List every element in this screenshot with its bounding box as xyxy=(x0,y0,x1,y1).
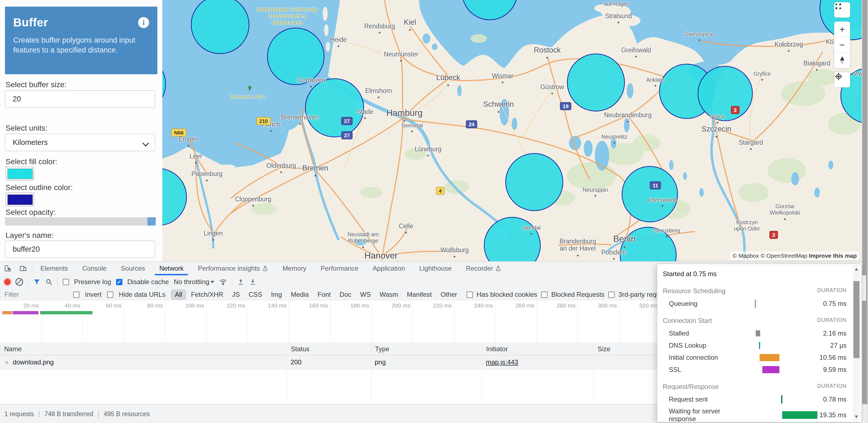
city-dot xyxy=(784,218,786,220)
filter-type-media[interactable]: Media xyxy=(287,289,313,300)
tab-lighthouse[interactable]: Lighthouse xyxy=(412,262,459,275)
popup-scrollbar-thumb[interactable] xyxy=(854,281,860,358)
info-icon[interactable]: i xyxy=(138,17,149,28)
layer-name-input[interactable]: buffer20 xyxy=(5,240,155,258)
timing-row-dns-lookup: DNS Lookup27 µs xyxy=(663,339,850,352)
city-dot xyxy=(400,60,402,62)
invert-label[interactable]: Invert xyxy=(85,291,101,298)
units-select[interactable]: Kilometers xyxy=(5,134,155,151)
filter-type-font[interactable]: Font xyxy=(314,289,335,300)
attribution-text: © Mapbox © OpenStreetMap xyxy=(733,253,807,259)
opacity-slider-thumb[interactable] xyxy=(148,217,156,226)
compass-button[interactable]: ▲▼ xyxy=(834,53,850,68)
geolocate-button[interactable] xyxy=(834,72,850,88)
filter-type-doc[interactable]: Doc xyxy=(336,289,355,300)
city-dot xyxy=(502,82,503,83)
city-dot xyxy=(310,86,312,88)
map-canvas[interactable]: RendsburgKielHeideNeumünsterCuxhavenElms… xyxy=(162,0,862,261)
inspect-icon[interactable] xyxy=(0,262,16,275)
timeline-gridline xyxy=(124,301,124,343)
panel-title: Buffer xyxy=(13,16,48,29)
label-blocked-requests[interactable]: Blocked Requests xyxy=(551,291,604,298)
page-scrollbar[interactable] xyxy=(862,0,868,423)
tab-recorder[interactable]: Recorder xyxy=(459,262,509,275)
page-scrollbar-thumb[interactable] xyxy=(862,0,867,404)
improve-map-link[interactable]: Improve this map xyxy=(809,253,857,259)
map-label-wismar: Wismar xyxy=(492,72,514,79)
preserve-log-label[interactable]: Preserve log xyxy=(74,278,111,286)
city-dot xyxy=(788,50,789,52)
import-har-icon[interactable] xyxy=(237,278,244,286)
column-header-name[interactable]: Name xyxy=(0,343,287,355)
outline-color-picker[interactable] xyxy=(5,193,34,206)
map-label-neubrandenburg: Neubrandenburg xyxy=(604,111,652,119)
city-dot xyxy=(699,39,700,41)
popup-scrollbar[interactable]: ▲ ▼ xyxy=(852,265,860,421)
timeline-gridline xyxy=(371,301,372,343)
timing-row-stalled: Stalled2.16 ms xyxy=(663,327,850,339)
filter-input[interactable]: Filter xyxy=(4,291,68,298)
filter-icon[interactable] xyxy=(33,278,40,286)
cell-initiator: map.js:443 xyxy=(482,355,593,369)
column-header-initiator[interactable]: Initiator xyxy=(482,343,593,355)
export-har-icon[interactable] xyxy=(249,278,256,286)
timeline-tick-label: 100 ms xyxy=(185,302,206,309)
tab-network[interactable]: Network xyxy=(152,262,191,275)
timeline-gridline xyxy=(413,301,413,343)
disable-cache-label[interactable]: Disable cache xyxy=(127,278,169,286)
network-conditions-icon[interactable] xyxy=(219,278,227,286)
tab-performance-insights[interactable]: Performance insights xyxy=(191,262,275,275)
hide-data-urls-checkbox[interactable] xyxy=(107,292,113,298)
fill-color-picker[interactable] xyxy=(5,167,34,181)
map-label-neuruppin: Neuruppin xyxy=(583,187,608,193)
tab-sources[interactable]: Sources xyxy=(114,262,152,275)
tab-console[interactable]: Console xyxy=(75,262,114,275)
buffer-size-input[interactable]: 20 xyxy=(5,90,155,108)
zoom-out-button[interactable]: − xyxy=(834,37,850,53)
tab-memory[interactable]: Memory xyxy=(275,262,314,275)
tab-label: Sources xyxy=(121,265,145,272)
filter-type-wasm[interactable]: Wasm xyxy=(376,289,402,300)
filter-type-other[interactable]: Other xyxy=(437,289,461,300)
checkbox-has-blocked-cookies[interactable] xyxy=(467,292,473,298)
compass-icon: ▲▼ xyxy=(839,56,846,65)
filter-type-all[interactable]: All xyxy=(171,289,186,300)
map-label-lingen: Lingen xyxy=(204,230,223,237)
timeline-tick-label: 260 ms xyxy=(515,302,536,309)
filter-type-ws[interactable]: WS xyxy=(356,289,375,300)
invert-checkbox[interactable] xyxy=(73,292,80,298)
column-header-type[interactable]: Type xyxy=(371,343,482,355)
filter-type-img[interactable]: Img xyxy=(267,289,286,300)
scroll-up-icon[interactable]: ▲ xyxy=(852,266,860,272)
duration-header: DURATION xyxy=(817,317,846,325)
city-dot xyxy=(188,145,189,147)
hide-data-urls-label[interactable]: Hide data URLs xyxy=(119,291,165,298)
checkbox-3rd-party-requests[interactable] xyxy=(608,292,615,298)
filter-type-fetch-xhr[interactable]: Fetch/XHR xyxy=(187,289,227,300)
device-toolbar-icon[interactable] xyxy=(16,262,31,275)
tab-application[interactable]: Application xyxy=(366,262,412,275)
tab-performance[interactable]: Performance xyxy=(313,262,365,275)
disable-cache-checkbox[interactable]: ✓ xyxy=(116,279,122,285)
preserve-log-checkbox[interactable] xyxy=(63,279,69,285)
checkbox-blocked-requests[interactable] xyxy=(541,292,548,298)
map-label-szczecin: Szczecin xyxy=(702,125,731,133)
search-icon[interactable] xyxy=(45,278,53,286)
clear-icon[interactable] xyxy=(16,278,23,286)
filter-type-manifest[interactable]: Manifest xyxy=(403,289,436,300)
filter-type-js[interactable]: JS xyxy=(228,289,244,300)
fullscreen-button[interactable] xyxy=(834,2,850,18)
scroll-down-icon[interactable]: ▼ xyxy=(852,414,860,420)
column-header-status[interactable]: Status xyxy=(287,343,371,355)
zoom-in-button[interactable]: + xyxy=(834,22,850,37)
timeline-tick-label: 60 ms xyxy=(106,302,124,309)
opacity-slider[interactable] xyxy=(5,217,156,226)
tab-elements[interactable]: Elements xyxy=(33,262,75,275)
city-dot xyxy=(750,148,752,150)
timeline-tick-label: 80 ms xyxy=(147,302,165,309)
label-has-blocked-cookies[interactable]: Has blocked cookies xyxy=(477,291,537,298)
throttling-select[interactable]: No throttling xyxy=(174,278,214,286)
record-icon[interactable] xyxy=(4,279,10,285)
initiator-link[interactable]: map.js:443 xyxy=(486,358,518,366)
filter-type-css[interactable]: CSS xyxy=(245,289,266,300)
